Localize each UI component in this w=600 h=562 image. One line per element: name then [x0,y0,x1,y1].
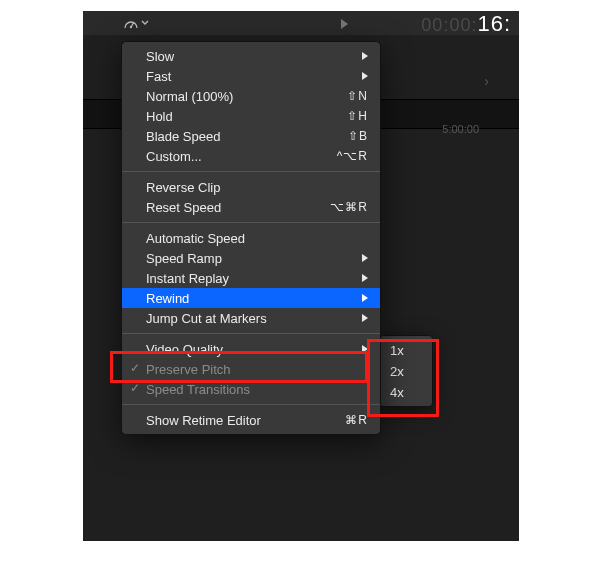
menu-item-preserve-pitch: Preserve Pitch [122,359,380,379]
menu-separator [122,404,380,405]
menu-item-custom[interactable]: Custom...^⌥R [122,146,380,166]
submenu-arrow-icon [362,314,368,322]
ruler-label: 5:00:00 [442,123,479,135]
submenu-arrow-icon [362,345,368,353]
submenu-arrow-icon [362,254,368,262]
menu-item-show-retime-editor[interactable]: Show Retime Editor⌘R [122,410,380,430]
editor-stage: 00:00:16: › 5:00:00 1x 2x 4x Slow Fast N… [83,11,519,541]
timecode-dim: 00:00: [421,15,477,35]
menu-item-normal[interactable]: Normal (100%)⇧N [122,86,380,106]
menu-item-fast[interactable]: Fast [122,66,380,86]
menu-item-video-quality[interactable]: Video Quality [122,339,380,359]
menu-separator [122,333,380,334]
menu-item-automatic-speed[interactable]: Automatic Speed [122,228,380,248]
menu-item-rewind[interactable]: Rewind [122,288,380,308]
retime-speedometer-icon [123,16,139,30]
menu-item-blade-speed[interactable]: Blade Speed⇧B [122,126,380,146]
menu-item-reverse-clip[interactable]: Reverse Clip [122,177,380,197]
menu-separator [122,171,380,172]
menu-item-hold[interactable]: Hold⇧H [122,106,380,126]
submenu-item-4x[interactable]: 4x [380,382,432,403]
timecode-display: 00:00:16: [421,11,511,37]
menu-item-speed-ramp[interactable]: Speed Ramp [122,248,380,268]
timecode-bright: 16: [477,11,511,36]
menu-separator [122,222,380,223]
chevron-down-icon [141,19,149,27]
menu-item-slow[interactable]: Slow [122,46,380,66]
menu-item-instant-replay[interactable]: Instant Replay [122,268,380,288]
toolbar: 00:00:16: [83,11,519,35]
rewind-submenu: 1x 2x 4x [379,335,433,407]
menu-item-jump-cut-at-markers[interactable]: Jump Cut at Markers [122,308,380,328]
menu-item-reset-speed[interactable]: Reset Speed⌥⌘R [122,197,380,217]
svg-point-1 [130,26,132,28]
submenu-item-1x[interactable]: 1x [380,340,432,361]
panel-chevron-right-icon[interactable]: › [484,73,489,89]
submenu-arrow-icon [362,294,368,302]
play-icon [341,19,348,29]
submenu-arrow-icon [362,52,368,60]
retime-menu: Slow Fast Normal (100%)⇧N Hold⇧H Blade S… [121,41,381,435]
menu-item-speed-transitions: Speed Transitions [122,379,380,399]
submenu-item-2x[interactable]: 2x [380,361,432,382]
submenu-arrow-icon [362,274,368,282]
retime-dropdown-button[interactable] [123,15,151,31]
submenu-arrow-icon [362,72,368,80]
